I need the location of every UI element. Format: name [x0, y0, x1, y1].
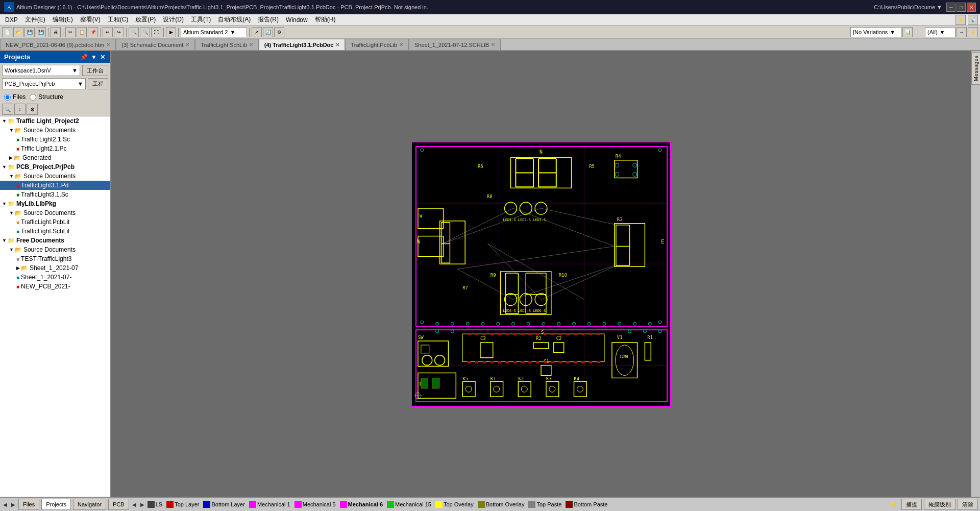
- layer-ls[interactable]: LS: [148, 501, 162, 508]
- tree-node-generated[interactable]: ▶📂Generated: [0, 153, 110, 162]
- tree-node-pcb-proj[interactable]: ▼📁PCB_Project.PrjPcb: [0, 162, 110, 172]
- menu-dxp[interactable]: DXP: [2, 15, 21, 25]
- tree-node-traffic-proj[interactable]: ▼📁Traffic Light_Project2: [0, 116, 110, 126]
- files-radio[interactable]: Files: [4, 93, 26, 101]
- toolbar-icon-1[interactable]: ⚡: [955, 15, 966, 25]
- layer-bottomlayer[interactable]: Bottom Layer: [203, 501, 244, 508]
- maximize-button[interactable]: □: [957, 3, 966, 12]
- tb-compile[interactable]: ▶: [166, 27, 176, 37]
- tab-schematic[interactable]: (3) Schematic Document ✕: [116, 39, 195, 50]
- tb-cut[interactable]: ✂: [65, 27, 76, 37]
- close-tab-1[interactable]: ✕: [185, 42, 189, 47]
- tree-node-mylib[interactable]: ▼📁MyLib.LibPkg: [0, 199, 110, 208]
- sidebar-close-btn[interactable]: ✕: [99, 54, 106, 61]
- tb-open[interactable]: 📂: [13, 27, 23, 37]
- bottom-tab-files[interactable]: Files: [18, 499, 39, 510]
- tree-node-sheet-07b[interactable]: ■Sheet_1_2021-07-: [0, 273, 110, 282]
- tb-variations-icon[interactable]: 📊: [902, 27, 913, 37]
- menu-help[interactable]: 帮助(H): [312, 14, 339, 25]
- menu-window[interactable]: Window: [283, 15, 311, 25]
- all-dropdown[interactable]: (All)▼: [925, 27, 955, 37]
- tree-node-tl31-pcb[interactable]: ■TrafficLight3.1.Pd: [0, 181, 110, 190]
- sidebar-menu-btn[interactable]: ▼: [90, 54, 98, 61]
- bottom-tab-pcb[interactable]: PCB: [108, 499, 129, 510]
- canvas-area[interactable]: N E W: [111, 51, 971, 497]
- menu-design[interactable]: 设计(D): [160, 14, 187, 25]
- workspace-dropdown[interactable]: Workspace1.DsnV▼: [2, 65, 80, 76]
- tb-new[interactable]: 📄: [2, 27, 12, 37]
- scheme-dropdown[interactable]: Altium Standard 2▼: [181, 27, 247, 37]
- project-dropdown[interactable]: PCB_Project.PrjPcb▼: [2, 78, 86, 89]
- layer-mech5[interactable]: Mechanical 5: [295, 501, 336, 508]
- tb-extra-a[interactable]: ↔: [957, 27, 967, 37]
- sidebar-options-btn[interactable]: ⚙: [27, 104, 38, 115]
- tb-print[interactable]: 🖨: [51, 27, 61, 37]
- layer-bottompaste[interactable]: Bottom Paste: [566, 501, 607, 508]
- tree-node-new-pcb[interactable]: ■NEW_PCB_2021-: [0, 282, 110, 291]
- messages-tab[interactable]: Messages: [971, 52, 981, 85]
- close-tab-3[interactable]: ✕: [335, 42, 339, 47]
- workbench-button[interactable]: 工作台: [82, 65, 108, 76]
- layer-toppaste[interactable]: Top Paste: [528, 501, 561, 508]
- close-tab-0[interactable]: ✕: [106, 42, 110, 47]
- scroll-right-layers[interactable]: ▶: [139, 502, 145, 507]
- tb-paste[interactable]: 📌: [88, 27, 98, 37]
- layer-bottomoverlay[interactable]: Bottom Overlay: [478, 501, 525, 508]
- close-button[interactable]: ✕: [967, 3, 976, 12]
- tab-newpcb[interactable]: NEW_PCB_2021-06-06 (9).pcbdoc.htm ✕: [0, 39, 116, 50]
- tb-redo[interactable]: ↪: [114, 27, 124, 37]
- capture-btn[interactable]: 捕捉: [901, 499, 922, 510]
- tb-save-all[interactable]: 💾: [36, 27, 46, 37]
- close-tab-2[interactable]: ✕: [249, 42, 253, 47]
- tb-zoom-fit[interactable]: ⛶: [151, 27, 161, 37]
- tb-zoom-in[interactable]: 🔍: [129, 27, 139, 37]
- tree-node-tl-schlib[interactable]: ■TrafficLight.SchLit: [0, 227, 110, 236]
- project-button[interactable]: 工程: [88, 78, 108, 89]
- layer-mech15[interactable]: Mechanical 15: [387, 501, 431, 508]
- clear-btn[interactable]: 清除: [958, 499, 978, 510]
- menu-view[interactable]: 察看(V): [77, 14, 104, 25]
- close-tab-4[interactable]: ✕: [399, 42, 403, 47]
- menu-edit[interactable]: 编辑(E): [50, 14, 76, 25]
- sidebar-pin-btn[interactable]: 📌: [79, 54, 89, 61]
- tab-schlib[interactable]: TrafficLight.SchLib ✕: [195, 39, 259, 50]
- menu-project[interactable]: 工程(C): [105, 14, 132, 25]
- menu-tools[interactable]: 工具(T): [188, 14, 214, 25]
- tree-node-src-docs-2[interactable]: ▼📂Source Documents: [0, 172, 110, 181]
- close-tab-5[interactable]: ✕: [491, 42, 495, 47]
- structure-radio[interactable]: Structure: [30, 93, 63, 101]
- mask-level-btn[interactable]: 掩膜级别: [924, 499, 955, 510]
- tb-btn-extra3[interactable]: ⚙: [274, 27, 284, 37]
- menu-place[interactable]: 放置(P): [132, 14, 159, 25]
- tree-node-tl31-sch[interactable]: ■TrafficLight3.1.Sc: [0, 190, 110, 199]
- variations-dropdown[interactable]: [No Variations▼: [850, 27, 901, 37]
- sidebar-filter-btn[interactable]: 🔍: [2, 104, 13, 115]
- layer-mech1[interactable]: Mechanical 1: [249, 501, 290, 508]
- tree-node-tl-pcb1[interactable]: ■Trffic Light2.1.Pc: [0, 144, 110, 153]
- scroll-right-btn[interactable]: ▶: [10, 502, 16, 507]
- sidebar-expand-btn[interactable]: ↕: [14, 104, 26, 115]
- tb-extra-b[interactable]: ⚡: [968, 27, 978, 37]
- bottom-tab-navigator[interactable]: Navigator: [73, 499, 106, 510]
- tab-pcbdoc[interactable]: (4) TrafficLight3.1.PcbDoc ✕: [259, 39, 346, 50]
- minimize-button[interactable]: ─: [946, 3, 955, 12]
- menu-file[interactable]: 文件(E): [22, 14, 48, 25]
- tb-btn-extra1[interactable]: ↗: [252, 27, 262, 37]
- tree-node-tl-pcblib[interactable]: ■TrafficLight.PcbLit: [0, 217, 110, 227]
- tree-node-free-docs[interactable]: ▼📁Free Documents: [0, 236, 110, 245]
- tree-node-test-tl[interactable]: ■TEST-TrafficLight3: [0, 254, 110, 263]
- tree-node-sheet-07[interactable]: ▶📂Sheet_1_2021-07: [0, 263, 110, 273]
- layer-mech6[interactable]: Mechanical 6: [340, 501, 383, 508]
- menu-reports[interactable]: 报告(R): [255, 14, 282, 25]
- tree-node-src-docs-4[interactable]: ▼📂Source Documents: [0, 245, 110, 254]
- tb-zoom-out[interactable]: 🔍: [140, 27, 150, 37]
- toolbar-icon-2[interactable]: 📡: [968, 15, 978, 25]
- tab-schlib2[interactable]: Sheet_1_2021-07-12.SCHLIB ✕: [409, 39, 501, 50]
- tree-node-src-docs-3[interactable]: ▼📂Source Documents: [0, 208, 110, 217]
- tb-undo[interactable]: ↩: [103, 27, 113, 37]
- tb-btn-extra2[interactable]: 🔄: [263, 27, 273, 37]
- bottom-tab-projects[interactable]: Projects: [41, 499, 71, 510]
- tree-node-src-docs-1[interactable]: ▼📂Source Documents: [0, 126, 110, 135]
- layer-toplayer[interactable]: Top Layer: [166, 501, 199, 508]
- tab-pcblib[interactable]: TrafficLight.PcbLib ✕: [345, 39, 409, 50]
